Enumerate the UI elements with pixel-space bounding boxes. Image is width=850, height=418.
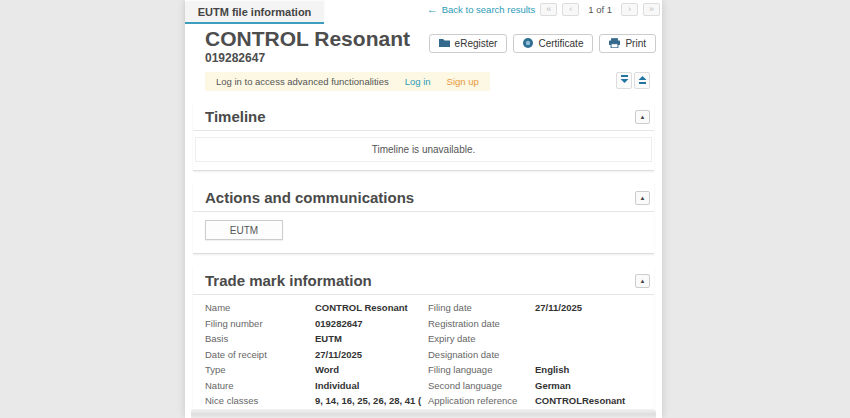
actions-collapse-button[interactable]: ▲ xyxy=(635,191,650,205)
table-row: Date of receipt 27/11/2025 xyxy=(205,349,428,365)
certificate-button[interactable]: Certificate xyxy=(513,34,593,53)
field-label: Filing language xyxy=(428,364,535,375)
trademark-information-section: Trade mark information ▲ Name CONTROL Re… xyxy=(193,265,654,418)
sign-up-link[interactable]: Sign up xyxy=(447,76,479,87)
trademark-header: CONTROL Resonant 019282647 eRegister Cer… xyxy=(185,24,662,65)
first-result-button[interactable]: « xyxy=(540,3,557,16)
field-value: 27/11/2025 xyxy=(315,349,428,361)
login-row: Log in to access advanced functionalitie… xyxy=(205,71,654,90)
header-action-buttons: eRegister Certificate Print xyxy=(429,34,656,53)
trademark-information-header: Trade mark information ▲ xyxy=(193,265,654,295)
eregister-button[interactable]: eRegister xyxy=(429,34,508,53)
log-in-link[interactable]: Log in xyxy=(405,76,431,87)
field-label: Second language xyxy=(428,380,535,391)
actions-communications-section: Actions and communications ▲ EUTM xyxy=(193,182,654,254)
next-section-top-edge xyxy=(191,409,656,418)
field-label: Date of receipt xyxy=(205,349,315,360)
filing-number-heading: 019282647 xyxy=(205,51,654,65)
timeline-title: Timeline xyxy=(205,108,266,125)
field-value: EUTM xyxy=(315,333,428,345)
trademark-right-column: Filing date 27/11/2025 Registration date… xyxy=(428,302,650,418)
trademark-collapse-button[interactable]: ▲ xyxy=(635,274,650,288)
table-row: Name CONTROL Resonant xyxy=(205,302,428,318)
table-row: Filing date 27/11/2025 xyxy=(428,302,650,318)
last-result-button[interactable]: » xyxy=(643,3,660,16)
section-toggle-buttons xyxy=(616,72,650,89)
field-value: CONTROL Resonant xyxy=(315,302,428,314)
login-banner-message: Log in to access advanced functionalitie… xyxy=(216,76,389,87)
double-chevron-down-icon xyxy=(620,72,629,90)
table-row: Second language German xyxy=(428,380,650,396)
field-value: Individual xyxy=(315,380,428,392)
field-label: Designation date xyxy=(428,349,535,360)
field-value: Word xyxy=(315,364,428,376)
nice-classes-numbers: 9, 14, 16, 25, 26, 28, 41 ( xyxy=(315,395,421,406)
top-tab-bar: EUTM file information ← Back to search r… xyxy=(185,0,662,24)
file-information-panel: EUTM file information ← Back to search r… xyxy=(185,0,662,418)
previous-result-button[interactable]: ‹ xyxy=(562,3,579,16)
seal-icon xyxy=(523,38,533,50)
trademark-left-column: Name CONTROL Resonant Filing number 0192… xyxy=(205,302,428,418)
field-label: Nice classes xyxy=(205,395,315,406)
collapse-all-button[interactable] xyxy=(616,72,632,89)
actions-header: Actions and communications ▲ xyxy=(193,182,654,212)
table-row: Type Word xyxy=(205,364,428,380)
double-chevron-up-icon xyxy=(638,72,647,90)
trademark-information-title: Trade mark information xyxy=(205,272,372,289)
folder-icon xyxy=(439,38,450,49)
back-arrow-icon: ← xyxy=(427,5,438,14)
field-value: 019282647 xyxy=(315,318,428,330)
timeline-collapse-button[interactable]: ▲ xyxy=(635,110,650,124)
field-label: Filing number xyxy=(205,318,315,329)
result-page-indicator: 1 of 1 xyxy=(588,4,612,15)
back-to-search-results-link[interactable]: ← Back to search results xyxy=(427,4,535,15)
table-row: Expiry date xyxy=(428,333,650,349)
expand-all-button[interactable] xyxy=(634,72,650,89)
table-row: Nature Individual xyxy=(205,380,428,396)
tab-eutm[interactable]: EUTM xyxy=(205,220,283,240)
field-label: Filing date xyxy=(428,302,535,313)
timeline-header: Timeline ▲ xyxy=(193,101,654,131)
timeline-unavailable-message: Timeline is unavailable. xyxy=(195,137,652,162)
login-banner: Log in to access advanced functionalitie… xyxy=(205,72,490,91)
search-results-nav: ← Back to search results « ‹ 1 of 1 › » xyxy=(427,3,660,16)
field-value: CONTROLResonant xyxy=(535,395,650,407)
field-label: Name xyxy=(205,302,315,313)
field-value: 27/11/2025 xyxy=(535,302,650,314)
field-label: Nature xyxy=(205,380,315,391)
field-value: German xyxy=(535,380,650,392)
print-button-label: Print xyxy=(625,38,646,49)
field-value: English xyxy=(535,364,650,376)
field-label: Expiry date xyxy=(428,333,535,344)
table-row: Filing language English xyxy=(428,364,650,380)
field-label: Type xyxy=(205,364,315,375)
field-label: Registration date xyxy=(428,318,535,329)
eregister-button-label: eRegister xyxy=(455,38,498,49)
table-row: Designation date xyxy=(428,349,650,365)
next-result-button[interactable]: › xyxy=(621,3,638,16)
certificate-button-label: Certificate xyxy=(538,38,583,49)
trademark-details-table: Name CONTROL Resonant Filing number 0192… xyxy=(193,295,654,418)
table-row: Basis EUTM xyxy=(205,333,428,349)
table-row: Filing number 019282647 xyxy=(205,318,428,334)
field-label: Basis xyxy=(205,333,315,344)
table-row: Registration date xyxy=(428,318,650,334)
print-button[interactable]: Print xyxy=(599,34,656,53)
tab-eutm-file-information[interactable]: EUTM file information xyxy=(185,2,324,24)
back-link-label: Back to search results xyxy=(442,4,535,15)
field-label: Application reference xyxy=(428,395,535,406)
actions-title: Actions and communications xyxy=(205,189,414,206)
timeline-section: Timeline ▲ Timeline is unavailable. xyxy=(193,101,654,171)
printer-icon xyxy=(609,38,620,50)
